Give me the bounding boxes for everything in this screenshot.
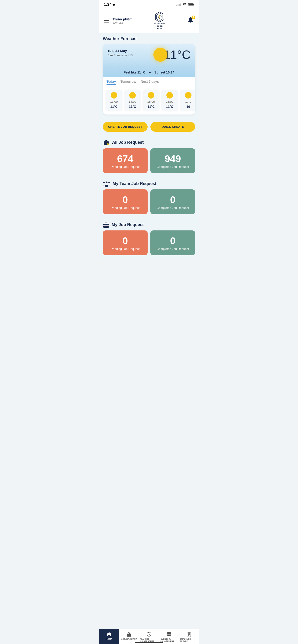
team-pending-card[interactable]: 0 Pending Job Request [103, 190, 148, 214]
app-logo: PROPERTY CUBE HUB [154, 11, 166, 30]
hamburger-menu[interactable] [104, 19, 109, 22]
hourly-sun-0 [111, 92, 117, 98]
all-pending-label: Pending Job Request [111, 165, 139, 168]
logo-hex-icon [154, 11, 165, 23]
my-pending-label: Pending Job Request [111, 247, 139, 250]
my-pending-count: 0 [123, 236, 128, 246]
weather-feels-bar: Feel like 11 °C Sunset 10:24 [103, 68, 195, 77]
my-completed-card[interactable]: 0 Completed Job Request [150, 230, 195, 255]
hourly-item-1: 14:00 11°C [124, 90, 141, 111]
all-completed-label: Completed Job Request [157, 165, 189, 168]
my-job-section: My Job Request 0 Pending Job Request 0 C… [99, 218, 199, 259]
notification-button[interactable]: 1 [187, 16, 194, 25]
hourly-time-3: 16:00 [166, 100, 174, 104]
hourly-forecast: 13:00 11°C 14:00 11°C 15:00 11°C 16:00 1… [103, 87, 195, 114]
all-job-section-title: All Job Request [112, 140, 144, 145]
svg-point-17 [108, 182, 110, 183]
user-name: Thiện phạm [113, 17, 133, 21]
status-icons [176, 3, 194, 6]
team-completed-label: Completed Job Request [157, 206, 189, 210]
weather-location-row: Tue, 31 May San Francisco, US 11°C [107, 49, 191, 61]
svg-point-15 [106, 182, 107, 183]
team-completed-count: 0 [170, 195, 175, 205]
weather-temp: 11°C [164, 49, 191, 61]
team-completed-card[interactable]: 0 Completed Job Request [150, 190, 195, 214]
sunset-text: Sunset 10:24 [154, 70, 174, 74]
all-job-request-section: All Job Request 674 Pending Job Request … [99, 136, 199, 177]
notification-badge: 1 [191, 16, 195, 19]
tab-next7days[interactable]: Next 7 days [141, 80, 159, 85]
team-job-cards: 0 Pending Job Request 0 Completed Job Re… [103, 190, 195, 214]
hourly-item-4: 17:0 10 [180, 90, 195, 111]
hourly-time-0: 13:00 [110, 100, 118, 104]
signal-dots [176, 4, 181, 6]
svg-line-10 [160, 17, 162, 19]
sun-icon [153, 48, 167, 62]
hourly-temp-1: 11°C [129, 105, 136, 108]
hourly-time-2: 15:00 [147, 100, 155, 104]
svg-point-16 [103, 182, 105, 183]
hourly-item-2: 15:00 11°C [143, 90, 159, 111]
weather-top: Tue, 31 May San Francisco, US 11°C [103, 44, 195, 68]
all-completed-card[interactable]: 949 Completed Job Request [150, 148, 195, 173]
tab-tomorrow[interactable]: Tomorrow [120, 80, 136, 85]
svg-point-14 [107, 144, 108, 145]
quick-create-button[interactable]: QUICK CREATE [150, 122, 195, 132]
svg-line-7 [158, 15, 159, 17]
weather-date: Tue, 31 May [107, 49, 133, 52]
header-left: Thiện phạm SAVILLS [104, 17, 133, 24]
team-icon [103, 180, 110, 186]
user-company: SAVILLS [113, 21, 133, 24]
all-completed-count: 949 [165, 154, 181, 164]
my-job-briefcase-icon [103, 222, 109, 228]
hourly-time-4: 17:0 [185, 100, 191, 104]
team-pending-label: Pending Job Request [111, 206, 139, 210]
hourly-sun-1 [129, 92, 136, 98]
hourly-sun-2 [148, 92, 154, 98]
tab-today[interactable]: Today [107, 80, 116, 85]
team-job-section-header: My Team Job Request [103, 180, 195, 186]
hourly-item-0: 13:00 11°C [106, 90, 122, 111]
hourly-item-3: 16:00 11°C [161, 90, 178, 111]
weather-tabs: Today Tomorrow Next 7 days [103, 77, 195, 87]
weather-location: San Francisco, US [107, 54, 133, 57]
hourly-sun-4 [185, 92, 191, 98]
my-job-section-header: My Job Request [103, 222, 195, 228]
all-job-section-header: All Job Request [103, 139, 195, 146]
my-pending-card[interactable]: 0 Pending Job Request [103, 230, 148, 255]
svg-marker-0 [113, 3, 115, 6]
svg-rect-2 [193, 4, 194, 5]
logo-text: PROPERTY CUBE HUB [154, 23, 166, 30]
user-info: Thiện phạm SAVILLS [113, 17, 133, 24]
status-time: 1:34 [104, 2, 115, 7]
briefcase-gear-icon [103, 139, 110, 146]
svg-rect-3 [189, 4, 193, 6]
hourly-temp-2: 11°C [147, 105, 155, 108]
hourly-temp-0: 11°C [110, 105, 117, 108]
create-job-request-button[interactable]: CREATE JOB REQUEST [103, 122, 148, 132]
feels-like-text: Feel like 11 °C [124, 70, 146, 74]
weather-section: Weather Forecast Tue, 31 May San Francis… [99, 33, 199, 118]
weather-section-title: Weather Forecast [103, 36, 195, 41]
hourly-sun-3 [166, 92, 173, 98]
my-completed-label: Completed Job Request [157, 247, 189, 250]
svg-line-9 [158, 17, 159, 19]
my-completed-count: 0 [170, 236, 175, 246]
all-pending-card[interactable]: 674 Pending Job Request [103, 148, 148, 173]
team-pending-count: 0 [123, 195, 128, 205]
app-header: Thiện phạm SAVILLS PROPERTY CUBE HU [99, 8, 199, 33]
svg-line-8 [160, 15, 162, 17]
team-job-section-title: My Team Job Request [113, 181, 156, 186]
my-team-job-section: My Team Job Request 0 Pending Job Reques… [99, 177, 199, 218]
all-pending-count: 674 [117, 154, 133, 164]
status-bar: 1:34 [99, 0, 199, 8]
weather-card: Tue, 31 May San Francisco, US 11°C Feel … [103, 44, 195, 114]
all-job-cards: 674 Pending Job Request 949 Completed Jo… [103, 148, 195, 173]
hourly-temp-4: 10 [186, 105, 190, 108]
my-job-cards: 0 Pending Job Request 0 Completed Job Re… [103, 230, 195, 255]
hourly-temp-3: 11°C [166, 105, 173, 108]
battery-icon [188, 3, 194, 6]
wifi-icon [183, 3, 187, 6]
separator-dot [149, 72, 151, 73]
action-buttons: CREATE JOB REQUEST QUICK CREATE [99, 118, 199, 136]
